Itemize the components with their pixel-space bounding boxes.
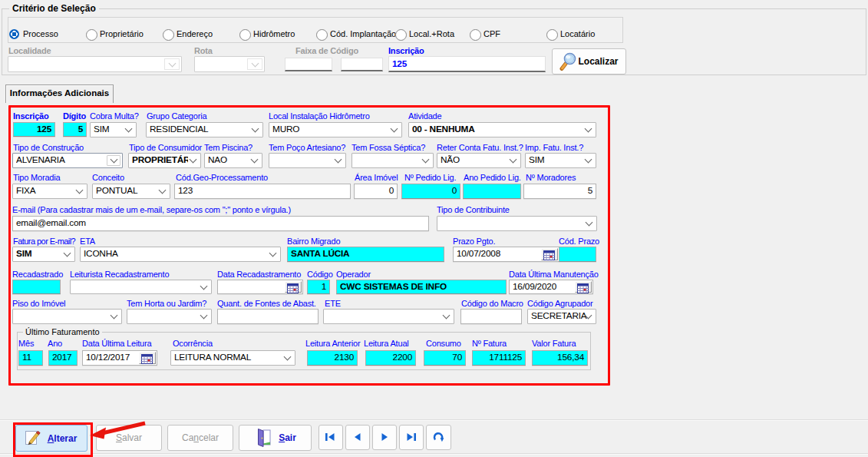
- radio-proprietario[interactable]: [86, 29, 97, 41]
- radio-endereco-label[interactable]: Endereço: [177, 29, 213, 39]
- num-pedido-field[interactable]: 0: [401, 184, 460, 199]
- tem-poco-combo[interactable]: [269, 153, 346, 168]
- rota-combo[interactable]: [194, 56, 265, 72]
- leiturista-combo[interactable]: [70, 280, 212, 294]
- inscricao-search-input[interactable]: 125: [388, 56, 546, 72]
- radio-cod-implantacao-label[interactable]: Cód. Implantação: [330, 29, 396, 39]
- tipo-consumidor-combo[interactable]: PROPRIETÁRIO: [128, 153, 201, 168]
- radio-hidrometro[interactable]: [239, 29, 251, 41]
- ocorrencia-combo[interactable]: LEITURA NORMAL: [170, 350, 295, 366]
- valor-fatura-field[interactable]: 156,34: [532, 350, 588, 366]
- ano-field[interactable]: 2017: [48, 350, 78, 366]
- piso-combo[interactable]: [12, 309, 122, 324]
- horta-combo[interactable]: [127, 309, 212, 324]
- calendar-icon[interactable]: [139, 352, 156, 364]
- cod-agrupador-combo[interactable]: SECRETARIA: [527, 309, 596, 324]
- tem-fossa-combo[interactable]: [351, 153, 434, 168]
- chevron-down-icon: [251, 156, 259, 164]
- bairro-migrado-field[interactable]: SANTA LÚCIA: [287, 247, 444, 262]
- operador-field[interactable]: CWC SISTEMAS DE INFO: [336, 280, 507, 294]
- cod-prazo-field[interactable]: [559, 247, 596, 262]
- ano-pedido-field[interactable]: [463, 184, 521, 199]
- radio-processo[interactable]: [9, 29, 19, 39]
- codigo-field[interactable]: 1: [307, 280, 330, 294]
- area-imovel-input[interactable]: 0: [354, 184, 398, 199]
- inscricao-field[interactable]: 125: [13, 122, 55, 137]
- leitura-anterior-field[interactable]: 2130: [307, 350, 358, 366]
- grupo-categoria-combo[interactable]: RESIDENCIAL: [146, 122, 263, 137]
- fatura-email-combo[interactable]: SIM: [12, 247, 75, 262]
- radio-local-rota[interactable]: [395, 29, 407, 41]
- prazo-pgto-input[interactable]: 10/07/2008: [453, 247, 559, 262]
- data-manut-label: Data Última Manutenção: [509, 270, 599, 279]
- cobra-multa-combo[interactable]: SIM: [90, 122, 137, 137]
- chevron-down-icon: [585, 125, 592, 133]
- data-manut-input[interactable]: 16/09/2020: [509, 280, 593, 294]
- tem-piscina-combo[interactable]: NAO: [204, 153, 262, 168]
- mes-label: Mês: [18, 339, 34, 348]
- tipo-construcao-combo[interactable]: ALVENARIA: [12, 153, 123, 168]
- num-moradores-input[interactable]: 5: [523, 184, 596, 199]
- num-fatura-label: Nº Fatura: [472, 339, 507, 348]
- localizar-button[interactable]: Localizar: [552, 48, 626, 75]
- calendar-icon[interactable]: [285, 281, 302, 293]
- calendar-icon[interactable]: [575, 281, 592, 293]
- ete-combo[interactable]: [323, 309, 454, 324]
- conceito-combo[interactable]: PONTUAL: [92, 184, 170, 199]
- radio-locatario[interactable]: [546, 29, 558, 41]
- leitura-atual-field[interactable]: 2200: [365, 350, 416, 366]
- data-recad-input[interactable]: [217, 280, 303, 294]
- recadastrado-field[interactable]: [12, 280, 61, 294]
- codigo-label: Código: [307, 270, 333, 279]
- radio-local-rota-label[interactable]: Local.+Rota: [409, 29, 454, 39]
- mes-field[interactable]: 11: [18, 350, 43, 366]
- num-fatura-field[interactable]: 1711125: [472, 350, 526, 366]
- cancelar-button[interactable]: Cancelar: [167, 425, 233, 451]
- sair-button-label: Sair: [264, 432, 311, 443]
- radio-cpf-label[interactable]: CPF: [484, 29, 500, 39]
- radio-processo-label[interactable]: Processo: [23, 29, 58, 39]
- digito-field[interactable]: 5: [63, 122, 87, 137]
- fontes-input[interactable]: [217, 309, 318, 324]
- radio-cod-implantacao[interactable]: [316, 29, 328, 41]
- refresh-button[interactable]: [426, 425, 451, 450]
- faixa-to-input[interactable]: [341, 58, 383, 71]
- chevron-down-icon: [200, 282, 208, 290]
- data-ultima-label: Data Última Leitura: [82, 339, 151, 348]
- nav-next-button[interactable]: [372, 425, 397, 450]
- eta-combo[interactable]: ICONHA: [80, 247, 281, 262]
- atividade-combo[interactable]: 00 - NENHUMA: [408, 122, 596, 137]
- email-input[interactable]: email@email.com: [12, 216, 429, 231]
- chevron-down-icon: [269, 250, 277, 257]
- radio-proprietario-label[interactable]: Proprietário: [100, 29, 144, 39]
- reter-conta-value: NÃO: [441, 154, 508, 167]
- radio-cpf[interactable]: [470, 29, 481, 41]
- tipo-moradia-combo[interactable]: FIXA: [12, 184, 87, 199]
- geo-value: 123: [178, 184, 347, 198]
- data-ultima-input[interactable]: 10/12/2017: [82, 350, 157, 366]
- reter-conta-combo[interactable]: NÃO: [437, 153, 521, 168]
- chevron-down-icon: [335, 156, 342, 164]
- radio-endereco[interactable]: [163, 29, 174, 41]
- chevron-down-icon: [586, 219, 593, 227]
- sair-button[interactable]: Sair: [239, 425, 312, 451]
- tipo-consumidor-value: PROPRIETÁRIO: [132, 154, 188, 167]
- nav-previous-button[interactable]: [345, 425, 370, 450]
- nav-next-icon: [380, 432, 389, 442]
- cod-prazo-label: Cód. Prazo: [559, 237, 599, 246]
- cobra-multa-value: SIM: [94, 123, 124, 137]
- nav-first-button[interactable]: [318, 425, 343, 450]
- faixa-from-input[interactable]: [285, 58, 332, 71]
- nav-last-button[interactable]: [399, 425, 424, 450]
- consumo-field[interactable]: 70: [424, 350, 466, 366]
- calendar-icon[interactable]: [541, 248, 558, 260]
- radio-locatario-label[interactable]: Locatário: [560, 29, 595, 39]
- tab-informacoes-adicionais[interactable]: Informações Adicionais: [5, 84, 114, 103]
- imp-fatu-combo[interactable]: SIM: [525, 153, 596, 168]
- geo-input[interactable]: 123: [174, 184, 351, 199]
- local-instalacao-combo[interactable]: MURO: [269, 122, 402, 137]
- radio-hidrometro-label[interactable]: Hidrômetro: [253, 29, 295, 39]
- cod-macro-input[interactable]: [460, 309, 522, 324]
- tipo-contribuinte-combo[interactable]: [437, 216, 597, 231]
- localidade-combo[interactable]: [8, 56, 182, 72]
